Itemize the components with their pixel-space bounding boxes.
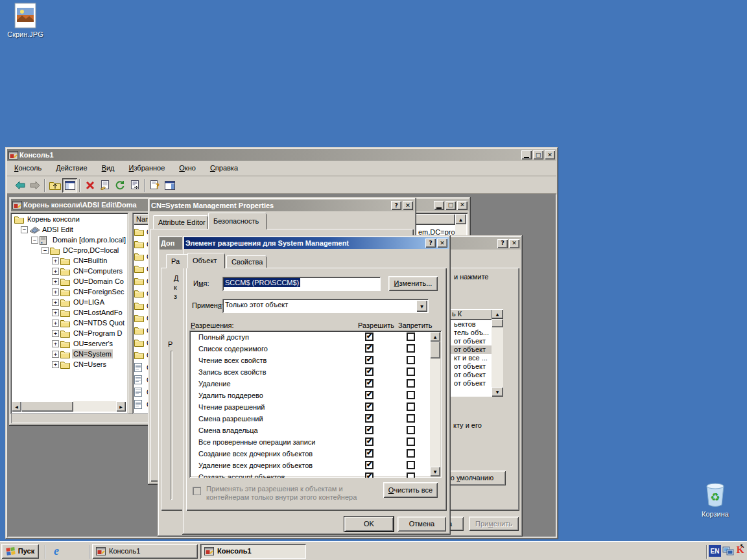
tree-expander-icon[interactable]: +	[52, 340, 59, 347]
show-hide-tree-icon[interactable]	[62, 178, 77, 192]
menu-item-4[interactable]: Окно	[172, 162, 203, 175]
tree-expander-icon[interactable]: +	[52, 288, 59, 296]
tree-expander-icon[interactable]: −	[31, 237, 38, 244]
tree-label[interactable]: OU=server's	[72, 339, 114, 348]
menu-item-5[interactable]: Справка	[203, 162, 245, 175]
deny-checkbox[interactable]	[407, 391, 415, 399]
allow-checkbox[interactable]	[365, 414, 374, 423]
new-window-icon[interactable]	[162, 178, 177, 192]
deny-checkbox[interactable]	[407, 356, 415, 364]
deny-checkbox[interactable]	[407, 332, 415, 341]
help-button[interactable]: ?	[391, 201, 401, 210]
tree-item[interactable]: +CN=Builtin	[12, 256, 128, 266]
tree-item[interactable]: +CN=Computers	[12, 266, 128, 277]
close-button[interactable]: ✕	[403, 201, 413, 210]
tree-expander-icon[interactable]: +	[52, 330, 59, 337]
minimize-button[interactable]	[434, 201, 444, 210]
name-field[interactable]: SCCM$ (PRO\SCCM$)	[222, 277, 381, 291]
deny-checkbox[interactable]	[407, 461, 415, 469]
menu-item-3[interactable]: Избранное	[122, 162, 172, 175]
tree-label[interactable]: DC=pro,DC=local	[62, 246, 120, 255]
maximize-button[interactable]: □	[445, 201, 456, 210]
permission-titlebar[interactable]: Элемент разрешения для System Management…	[184, 237, 449, 249]
tree-expander-icon[interactable]: +	[52, 361, 59, 368]
tree-item[interactable]: +CN=Users	[12, 360, 128, 370]
change-button[interactable]: Изменить...	[388, 276, 438, 291]
cancel-button[interactable]: Отмена	[397, 517, 446, 531]
tree-label[interactable]: Domain [dom.pro.local]	[51, 235, 127, 244]
deny-checkbox[interactable]	[407, 379, 415, 388]
tree-label[interactable]: CN=Computers	[72, 266, 124, 275]
properties-titlebar[interactable]: CN=System Management Properties ? ✕	[150, 200, 414, 211]
tree-label[interactable]: CN=Builtin	[72, 256, 108, 265]
inherit-checkbox[interactable]	[193, 487, 201, 495]
scroll-up-icon[interactable]: ▲	[455, 214, 466, 224]
tree-expander-icon[interactable]: +	[52, 299, 59, 306]
menu-item-1[interactable]: Действие	[49, 162, 94, 175]
scroll-up-icon[interactable]: ▲	[492, 309, 503, 319]
menu-item-2[interactable]: Вид	[95, 162, 122, 175]
tree-label[interactable]: CN=NTDS Quot	[72, 318, 126, 327]
allow-checkbox[interactable]	[365, 449, 374, 458]
allow-checkbox[interactable]	[365, 356, 374, 364]
internet-explorer-icon[interactable]: e	[49, 544, 64, 558]
tab-security[interactable]: Безопасность	[208, 213, 267, 229]
tree-label[interactable]: OU=LIGA	[72, 298, 106, 307]
tree-item[interactable]: +OU=Domain Co	[12, 277, 128, 287]
tree-item[interactable]: +OU=LIGA	[12, 298, 128, 308]
deny-checkbox[interactable]	[407, 438, 415, 446]
tab-properties[interactable]: Свойства	[226, 255, 267, 268]
tree-label[interactable]: CN=LostAndFo	[72, 308, 124, 317]
scroll-left-icon[interactable]: ◀	[12, 401, 21, 412]
main-titlebar[interactable]: Консоль1 □ ✕	[7, 149, 556, 161]
tree-item[interactable]: Корень консоли	[12, 215, 128, 225]
ok-button[interactable]: OK	[344, 517, 394, 531]
tree-expander-icon[interactable]: +	[52, 351, 59, 358]
deny-checkbox[interactable]	[407, 449, 415, 458]
minimize-button[interactable]	[521, 150, 532, 159]
close-button[interactable]: ✕	[457, 201, 468, 210]
close-button[interactable]: ✕	[545, 150, 555, 159]
scroll-thumb[interactable]	[492, 319, 503, 327]
clear-all-button[interactable]: Очистить все	[383, 482, 438, 498]
allow-checkbox[interactable]	[365, 472, 374, 478]
close-button[interactable]: ✕	[509, 239, 519, 248]
scroll-up-icon[interactable]: ▲	[430, 332, 440, 342]
desktop-icon-recycle-bin[interactable]: ♻ Корзина	[693, 482, 738, 524]
tree-item[interactable]: −ADSI Edit	[12, 225, 128, 235]
scroll-down-icon[interactable]: ▼	[492, 387, 503, 397]
allow-checkbox[interactable]	[365, 426, 374, 434]
up-one-level-icon[interactable]	[47, 178, 62, 192]
deny-checkbox[interactable]	[407, 344, 415, 353]
allow-checkbox[interactable]	[365, 402, 374, 411]
tree-label[interactable]: ADSI Edit	[41, 225, 75, 234]
apply-button[interactable]: Применить	[469, 517, 519, 531]
tree-item[interactable]: +CN=ForeignSec	[12, 287, 128, 298]
desktop-icon-skrin[interactable]: Скрин.JPG	[4, 3, 47, 40]
allow-checkbox[interactable]	[365, 438, 374, 446]
refresh-icon[interactable]	[112, 178, 127, 192]
deny-checkbox[interactable]	[407, 472, 415, 478]
task-button-console1[interactable]: Консоль1	[92, 544, 198, 559]
forward-icon[interactable]	[27, 178, 42, 192]
tree-item[interactable]: −Domain [dom.pro.local]	[12, 235, 128, 246]
back-icon[interactable]	[12, 178, 27, 192]
allow-checkbox[interactable]	[365, 332, 374, 341]
allow-checkbox[interactable]	[365, 461, 374, 469]
deny-checkbox[interactable]	[407, 414, 415, 423]
tree-expander-icon[interactable]: +	[52, 257, 59, 264]
tree-item[interactable]: +CN=NTDS Quot	[12, 318, 128, 329]
allow-checkbox[interactable]	[365, 379, 374, 388]
deny-checkbox[interactable]	[407, 402, 415, 411]
maximize-button[interactable]: □	[533, 150, 543, 159]
allow-checkbox[interactable]	[365, 344, 374, 353]
tree-item[interactable]: −DC=pro,DC=local	[12, 246, 128, 256]
language-indicator[interactable]: EN	[709, 545, 721, 557]
start-button[interactable]: Пуск	[1, 544, 39, 559]
scroll-right-icon[interactable]: ▶	[116, 401, 126, 412]
tree-expander-icon[interactable]: −	[21, 226, 28, 233]
tree-expander-icon[interactable]: −	[42, 247, 49, 254]
tree-item[interactable]: +CN=System	[12, 349, 128, 360]
tab-attribute-editor[interactable]: Attribute Editor	[153, 215, 208, 229]
close-button[interactable]: ✕	[437, 239, 447, 248]
